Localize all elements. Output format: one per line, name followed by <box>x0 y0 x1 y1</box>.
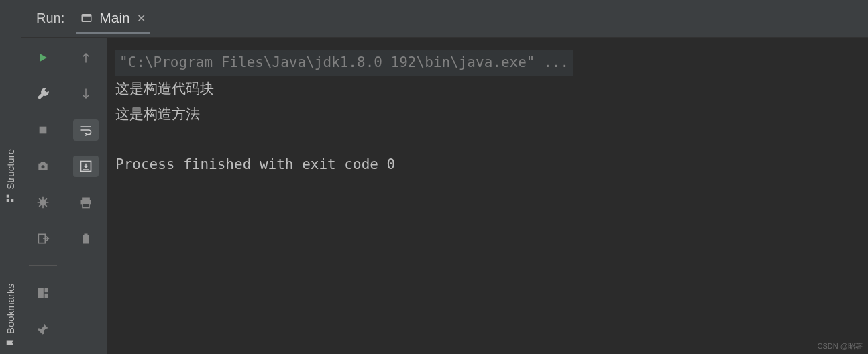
soft-wrap-icon <box>79 123 93 137</box>
run-title: Run: <box>36 11 64 26</box>
run-button[interactable] <box>30 47 56 68</box>
debug-hotswap-button[interactable] <box>30 83 56 105</box>
svg-rect-5 <box>40 127 47 134</box>
arrow-up-icon <box>80 50 92 65</box>
trash-icon <box>79 232 93 245</box>
svg-rect-1 <box>7 195 9 198</box>
svg-rect-15 <box>83 204 89 208</box>
bookmarks-label: Bookmarks <box>5 284 16 334</box>
svg-point-6 <box>42 165 45 168</box>
scroll-up-button[interactable] <box>73 47 99 68</box>
console-command: "C:\Program Files\Java\jdk1.8.0_192\bin\… <box>115 50 573 76</box>
svg-rect-13 <box>82 198 90 200</box>
svg-rect-0 <box>7 199 9 202</box>
clear-button[interactable] <box>73 228 99 249</box>
scroll-end-icon <box>79 160 93 173</box>
console-output[interactable]: "C:\Program Files\Java\jdk1.8.0_192\bin\… <box>107 38 868 354</box>
watermark: CSDN @昭著 <box>818 341 863 351</box>
play-icon <box>36 51 50 64</box>
run-gutter <box>21 38 107 354</box>
svg-rect-2 <box>11 199 14 202</box>
pin-icon <box>36 322 50 336</box>
arrow-down-icon <box>80 86 92 101</box>
stop-button[interactable] <box>30 119 56 141</box>
svg-rect-4 <box>83 15 92 17</box>
scroll-to-end-button[interactable] <box>73 156 99 177</box>
structure-label: Structure <box>5 149 16 190</box>
printer-icon <box>79 196 93 209</box>
gutter-col-1 <box>21 38 64 354</box>
exit-button[interactable] <box>30 228 56 249</box>
wrench-icon <box>36 87 50 101</box>
console-exit: Process finished with exit code 0 <box>115 152 860 178</box>
blank-line <box>115 127 860 152</box>
soft-wrap-button[interactable] <box>73 119 99 141</box>
svg-rect-10 <box>45 288 48 293</box>
bookmarks-tool[interactable]: Bookmarks <box>5 284 16 347</box>
console-line: 这是构造方法 <box>115 102 860 127</box>
close-tab-icon[interactable]: ✕ <box>137 12 146 25</box>
svg-rect-9 <box>38 288 44 298</box>
svg-rect-11 <box>45 294 48 298</box>
layout-icon <box>36 286 50 300</box>
stop-icon <box>38 125 48 135</box>
structure-tool[interactable]: Structure <box>5 149 16 203</box>
bug-icon <box>36 196 50 209</box>
print-button[interactable] <box>73 192 99 213</box>
console-line: 这是构造代码块 <box>115 76 860 102</box>
tab-label: Main <box>99 10 130 26</box>
run-header: Run: Main ✕ <box>21 0 868 38</box>
profile-button[interactable] <box>30 192 56 213</box>
camera-icon <box>36 160 50 173</box>
layout-button[interactable] <box>30 282 56 304</box>
window-icon <box>80 12 93 24</box>
run-tab-main[interactable]: Main ✕ <box>76 3 150 34</box>
scroll-down-button[interactable] <box>73 83 99 105</box>
separator <box>29 266 57 266</box>
pin-button[interactable] <box>30 318 56 340</box>
exit-icon <box>36 232 50 245</box>
gutter-col-2 <box>64 38 107 354</box>
dump-threads-button[interactable] <box>30 156 56 177</box>
vertical-tool-stripe: Structure Bookmarks <box>0 0 21 354</box>
